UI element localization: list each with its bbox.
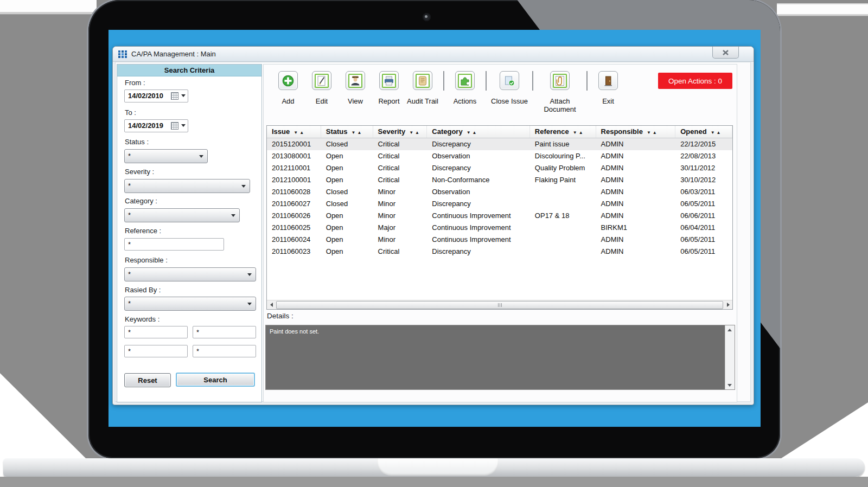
to-label: To : (125, 108, 136, 117)
toolbar-button-exit[interactable]: Exit (591, 71, 625, 105)
to-date-input[interactable] (127, 121, 169, 130)
table-cell: Continuous Improvement (427, 222, 530, 234)
keyword-field-2[interactable] (193, 326, 256, 338)
column-header-reference[interactable]: Reference▼▲ (530, 126, 596, 138)
sort-desc-icon[interactable]: ▼ (293, 130, 299, 135)
sort-asc-icon[interactable]: ▲ (415, 130, 420, 135)
horizontal-scrollbar[interactable] (267, 300, 732, 309)
column-header-label: Reference (535, 127, 569, 136)
table-row[interactable]: 2011060026OpenMinorContinuous Improvemen… (267, 210, 732, 222)
severity-select-value: * (128, 182, 131, 190)
toolbar-button-view[interactable]: View (339, 71, 372, 105)
table-cell (530, 246, 596, 258)
table-cell: 2012100001 (267, 174, 321, 186)
calendar-icon[interactable] (171, 92, 178, 100)
keyword-field-4[interactable] (193, 345, 256, 357)
table-row[interactable]: 2013080001OpenCriticalObservationDiscolo… (267, 150, 732, 162)
open-actions-button[interactable]: Open Actions : 0 (658, 73, 732, 89)
table-cell: Critical (373, 138, 427, 150)
toolbar-button-audit-trail[interactable]: Audit Trail (406, 71, 439, 105)
sort-desc-icon[interactable]: ▼ (573, 130, 578, 135)
close-button[interactable] (712, 47, 739, 59)
sort-desc-icon[interactable]: ▼ (711, 130, 716, 135)
table-row[interactable]: 2011060027ClosedMinorDiscrepancyADMIN06/… (267, 198, 732, 210)
table-cell: BIRKM1 (596, 222, 676, 234)
keyword-input-3[interactable] (127, 347, 186, 356)
table-row[interactable]: 2012110001OpenCriticalDiscrepancyQuality… (267, 162, 732, 174)
toolbar-button-label: Exit (602, 97, 614, 105)
severity-select[interactable]: * (124, 179, 250, 193)
horizontal-scrollbar-thumb[interactable] (276, 301, 723, 309)
chevron-down-icon[interactable] (181, 124, 186, 127)
table-row[interactable]: 2011060023OpenCriticalDiscrepancyADMIN06… (267, 246, 732, 258)
scroll-down-icon[interactable] (725, 381, 734, 389)
sort-asc-icon[interactable]: ▲ (579, 130, 584, 135)
reset-button[interactable]: Reset (124, 373, 171, 387)
scroll-left-icon[interactable] (267, 300, 276, 309)
audit-trail-icon (413, 71, 432, 90)
keyword-input-4[interactable] (195, 347, 254, 356)
toolbar-button-label: Report (378, 97, 399, 105)
table-row[interactable]: 2011060025OpenMajorContinuous Improvemen… (267, 222, 732, 234)
raised-by-select[interactable]: * (124, 297, 256, 311)
table-cell: ADMIN (596, 234, 676, 246)
table-cell: Closed (321, 198, 373, 210)
toolbar-button-actions[interactable]: Actions (448, 71, 482, 105)
toolbar-button-edit[interactable]: Edit (305, 71, 339, 105)
toolbar-button-close-issue[interactable]: Close Issue (490, 71, 528, 105)
keyword-field-3[interactable] (124, 345, 188, 357)
table-cell: OP17 & 18 (530, 210, 596, 222)
keyword-field-1[interactable] (124, 326, 188, 338)
sort-asc-icon[interactable]: ▲ (357, 130, 362, 135)
category-select[interactable]: * (124, 208, 240, 222)
table-cell: 06/06/2011 (675, 210, 732, 222)
table-row[interactable]: 2011060024OpenMinorContinuous Improvemen… (267, 234, 732, 246)
sort-asc-icon[interactable]: ▲ (299, 130, 305, 135)
sort-desc-icon[interactable]: ▼ (409, 130, 414, 135)
search-button[interactable]: Search (176, 373, 255, 387)
toolbar-separator (486, 71, 487, 91)
table-row[interactable]: 2012100001OpenCriticalNon-ConformanceFla… (267, 174, 732, 186)
column-header-status[interactable]: Status▼▲ (321, 126, 373, 138)
table-cell: Closed (321, 186, 373, 198)
table-cell: Minor (373, 234, 427, 246)
responsible-select[interactable]: * (124, 267, 256, 281)
column-header-severity[interactable]: Severity▼▲ (373, 126, 427, 138)
vertical-scrollbar[interactable] (725, 325, 735, 389)
from-date-field[interactable] (124, 89, 188, 102)
status-select[interactable]: * (124, 149, 208, 163)
window-client-area: Search Criteria From : To : Status : (115, 62, 751, 402)
keyword-input-2[interactable] (195, 328, 254, 337)
calendar-icon[interactable] (171, 122, 178, 130)
sort-desc-icon[interactable]: ▼ (647, 130, 652, 135)
toolbar-button-label: Close Issue (491, 97, 528, 105)
to-date-field[interactable] (124, 119, 188, 132)
toolbar-button-label: Add (282, 97, 294, 105)
sort-desc-icon[interactable]: ▼ (467, 130, 472, 135)
sort-asc-icon[interactable]: ▲ (473, 130, 478, 135)
toolbar-button-add[interactable]: Add (271, 71, 305, 105)
table-row[interactable]: 2015120001ClosedCriticalDiscrepancyPaint… (267, 138, 732, 150)
sort-asc-icon[interactable]: ▲ (717, 130, 722, 135)
sort-desc-icon[interactable]: ▼ (352, 130, 357, 135)
column-header-issue[interactable]: Issue▼▲ (267, 126, 321, 138)
scroll-up-icon[interactable] (725, 325, 734, 334)
from-date-input[interactable] (127, 91, 169, 100)
reference-input[interactable] (127, 240, 222, 249)
column-header-category[interactable]: Category▼▲ (427, 126, 530, 138)
sort-asc-icon[interactable]: ▲ (653, 130, 658, 135)
details-textarea[interactable]: Paint does not set. (265, 325, 735, 390)
column-header-responsible[interactable]: Responsible▼▲ (596, 126, 676, 138)
toolbar-button-report[interactable]: Report (372, 71, 406, 105)
reference-field[interactable] (124, 238, 224, 251)
chevron-down-icon[interactable] (181, 94, 186, 97)
window-titlebar[interactable]: CA/PA Management : Main (113, 47, 754, 62)
laptop-base-notch (377, 458, 499, 476)
table-cell: 06/05/2011 (675, 246, 732, 258)
keyword-input-1[interactable] (127, 328, 186, 337)
column-header-opened[interactable]: Opened▼▲ (675, 126, 732, 138)
table-cell: Observation (427, 150, 530, 162)
scroll-right-icon[interactable] (724, 300, 732, 309)
table-row[interactable]: 2011060028ClosedMinorObservationADMIN06/… (267, 186, 732, 198)
toolbar-button-attach-document[interactable]: Attach Document (537, 71, 583, 113)
